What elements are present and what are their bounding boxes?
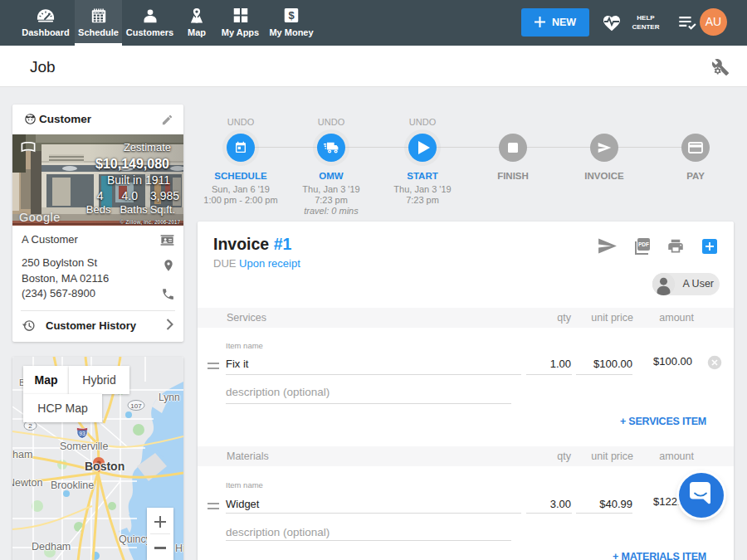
svg-text:93: 93 bbox=[79, 431, 85, 436]
svg-text:107: 107 bbox=[130, 402, 142, 410]
svg-text:PDF: PDF bbox=[638, 241, 649, 247]
svg-text:2: 2 bbox=[28, 422, 32, 430]
svg-text:$: $ bbox=[288, 9, 295, 22]
